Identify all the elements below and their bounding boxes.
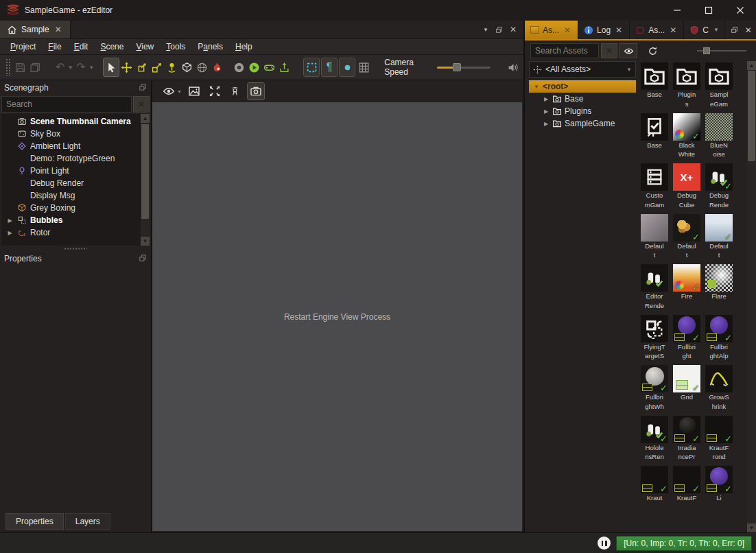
- float-panel-icon[interactable]: [731, 26, 738, 34]
- panel-splitter[interactable]: [0, 246, 151, 251]
- camera-position-button[interactable]: [227, 83, 244, 99]
- close-button[interactable]: [724, 0, 756, 21]
- asset-item-fire[interactable]: ✓Fire: [672, 264, 701, 311]
- expander-icon[interactable]: ▶: [543, 108, 550, 115]
- scene-node-ambient-light[interactable]: Ambient Light: [1, 140, 150, 152]
- scale-tool-button[interactable]: [149, 58, 164, 76]
- export-scene-button[interactable]: [277, 58, 292, 76]
- stop-simulation-button[interactable]: [232, 58, 247, 76]
- tab-layers[interactable]: Layers: [65, 513, 110, 530]
- asset-item-irradiancepr[interactable]: ✓IrradiancePr: [672, 416, 701, 462]
- asset-item-base[interactable]: Base: [640, 113, 669, 160]
- asset-item-default[interactable]: ✓Default: [672, 214, 701, 261]
- asset-item-krautfrond[interactable]: ✓KrautFrond: [705, 416, 733, 462]
- scene-node-display-msg[interactable]: Display Msg: [1, 189, 150, 202]
- asset-item-bluenoise[interactable]: BlueNoise: [705, 113, 733, 160]
- menu-scene[interactable]: Scene: [94, 40, 130, 54]
- scene-node-debug-render[interactable]: Debug Render: [1, 177, 150, 189]
- float-window-icon[interactable]: [495, 26, 503, 34]
- visualizers-toggle[interactable]: ¶: [322, 58, 337, 76]
- asset-item-editorrende[interactable]: EditorRende: [640, 264, 669, 311]
- play-simulation-button[interactable]: [247, 58, 262, 76]
- asset-item-flare[interactable]: Flare: [705, 264, 733, 311]
- asset-item-plugins[interactable]: Plugins: [672, 62, 701, 109]
- expander-icon[interactable]: ▶: [543, 96, 550, 102]
- tab-close-icon[interactable]: ✕: [54, 25, 63, 34]
- greybox-cube-button[interactable]: [179, 58, 194, 76]
- clear-search-button[interactable]: ✕: [133, 96, 150, 113]
- panel-tab-cvar[interactable]: C▼: [684, 21, 725, 39]
- float-panel-icon[interactable]: [139, 83, 147, 91]
- toolbar-grip[interactable]: [5, 58, 10, 76]
- camera-speed-slider[interactable]: [437, 62, 491, 72]
- asset-item-flyingtargets[interactable]: FlyingTargetS: [640, 315, 669, 362]
- asset-item-default[interactable]: Default: [640, 214, 669, 261]
- undo-button[interactable]: ↶: [52, 58, 67, 76]
- world-settings-button[interactable]: [194, 58, 209, 76]
- panel-tab-assets2[interactable]: As...✕: [630, 21, 684, 39]
- close-document-icon[interactable]: ✕: [510, 25, 517, 34]
- asset-item-hololensren[interactable]: ✓HololensRen: [640, 416, 669, 462]
- asset-visibility-button[interactable]: [619, 43, 637, 58]
- engine-viewport[interactable]: Restart Engine View Process: [152, 102, 522, 531]
- scroll-down-icon[interactable]: ▼: [747, 523, 756, 532]
- asset-item-growshrink[interactable]: GrowShrink: [705, 365, 733, 412]
- scene-node-demo-prototypegreen[interactable]: Demo: PrototypeGreen: [1, 152, 150, 165]
- scene-node-rotor[interactable]: ▶Rotor: [1, 226, 150, 239]
- asset-filter-dropdown[interactable]: <All Assets> ▼: [529, 61, 636, 78]
- shape-icons-toggle[interactable]: [340, 58, 355, 76]
- asset-item-grid[interactable]: ✓Grid: [672, 365, 701, 412]
- play-game-button[interactable]: [262, 58, 277, 76]
- scenegraph-scrollbar[interactable]: ▲ ▼: [141, 114, 150, 246]
- drag-to-position-button[interactable]: [164, 58, 179, 76]
- translate-tool-button[interactable]: [119, 58, 134, 76]
- expander-icon[interactable]: ▶: [543, 121, 550, 127]
- render-mode-button[interactable]: [161, 83, 177, 99]
- tab-sample[interactable]: Sample ✕: [0, 21, 71, 38]
- scene-node-bubbles[interactable]: ▶Bubbles: [1, 214, 150, 226]
- maximize-button[interactable]: [693, 0, 724, 21]
- asset-item-samplegam[interactable]: SampleGam: [705, 62, 733, 109]
- asset-item-customgam[interactable]: CustomGam: [640, 163, 669, 210]
- rotate-tool-button[interactable]: [134, 58, 149, 76]
- expander-icon[interactable]: ▶: [7, 217, 13, 224]
- asset-grid-scrollbar[interactable]: ▲ ▼: [747, 61, 756, 532]
- asset-search-clear-button[interactable]: ✕: [601, 43, 617, 58]
- dropdown-arrow-icon[interactable]: ▼: [88, 64, 94, 71]
- tab-list-dropdown[interactable]: ▼: [483, 27, 488, 33]
- panel-tab-log[interactable]: Log✕: [578, 21, 630, 39]
- tab-close-icon[interactable]: ✕: [614, 25, 624, 35]
- menu-panels[interactable]: Panels: [191, 40, 229, 54]
- dropdown-arrow-icon[interactable]: ▼: [68, 64, 73, 71]
- refresh-assets-button[interactable]: [643, 43, 661, 59]
- slider-thumb[interactable]: [703, 47, 710, 54]
- close-panel-icon[interactable]: ✕: [745, 25, 752, 35]
- scroll-thumb[interactable]: [748, 71, 755, 161]
- pause-processing-button[interactable]: [598, 537, 611, 550]
- scene-node-scene-thumbnail-camera[interactable]: Scene Thumbnail Camera: [1, 115, 150, 128]
- screenshot-button[interactable]: [186, 83, 202, 99]
- asset-item-base[interactable]: Base: [640, 62, 669, 109]
- tab-properties[interactable]: Properties: [5, 513, 64, 530]
- asset-item-fullbrightwh[interactable]: ✓FullbrightWh: [640, 365, 669, 412]
- slider-thumb[interactable]: [453, 63, 461, 71]
- select-tool-button[interactable]: [104, 58, 119, 76]
- scene-thumbnail-camera-button[interactable]: [248, 83, 264, 99]
- expander-icon[interactable]: ▼: [533, 84, 540, 90]
- asset-item-default[interactable]: ✓Default: [705, 214, 733, 261]
- thumbnail-size-slider[interactable]: [697, 46, 746, 56]
- redo-button[interactable]: ↷: [73, 58, 88, 76]
- asset-item-fullbrightalp[interactable]: ✓FullbrightAlp: [705, 315, 733, 362]
- effects-flame-button[interactable]: [209, 58, 224, 76]
- grid-toggle[interactable]: [356, 58, 371, 76]
- focus-selection-button[interactable]: [206, 83, 223, 99]
- tab-close-icon[interactable]: ✕: [563, 25, 572, 35]
- menu-tools[interactable]: Tools: [160, 40, 191, 54]
- tab-close-icon[interactable]: ✕: [668, 25, 678, 35]
- asset-folder-base[interactable]: ▶Base: [529, 93, 636, 105]
- asset-item-blackwhite[interactable]: ✓BlackWhite: [672, 113, 701, 160]
- scroll-down-icon[interactable]: ▼: [141, 237, 150, 246]
- chevron-down-icon[interactable]: ▼: [713, 27, 719, 33]
- menu-file[interactable]: File: [42, 40, 67, 54]
- selection-overlay-toggle[interactable]: [304, 58, 319, 76]
